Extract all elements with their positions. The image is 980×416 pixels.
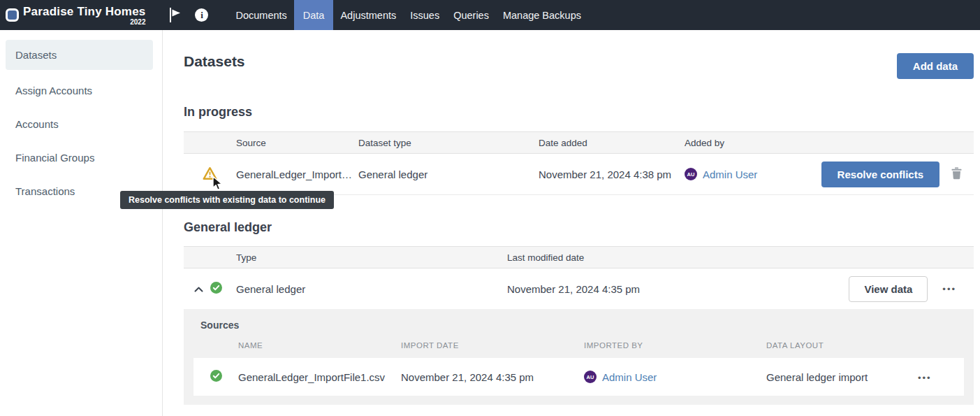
warning-icon[interactable] [203, 166, 217, 182]
ellipsis-icon: ••• [918, 373, 932, 383]
col-dataset-type: Dataset type [358, 138, 539, 148]
sidebar-item-financial-groups[interactable]: Financial Groups [0, 141, 162, 174]
sidebar-item-assign-accounts[interactable]: Assign Accounts [0, 73, 162, 107]
col-added-by: Added by [685, 138, 974, 148]
col-type: Type [236, 252, 507, 263]
col-last-modified: Last modified date [507, 252, 974, 263]
col-data-layout: DATA LAYOUT [766, 341, 918, 350]
nav-item-manage-backups[interactable]: Manage Backups [496, 0, 588, 30]
cell-date-added: November 21, 2024 4:38 pm [539, 168, 685, 180]
nav-item-issues[interactable]: Issues [403, 0, 446, 30]
sources-panel: Sources NAME IMPORT DATE IMPORTED BY DAT… [184, 309, 974, 405]
nav-item-queries[interactable]: Queries [446, 0, 496, 30]
top-navbar: Paradise Tiny Homes 2022 i Documents Dat… [0, 0, 980, 30]
general-ledger-row: General ledger November 21, 2024 4:35 pm… [184, 268, 974, 309]
general-ledger-heading: General ledger [184, 220, 974, 235]
delete-button[interactable] [951, 167, 962, 182]
sidebar-item-accounts[interactable]: Accounts [0, 107, 162, 141]
cell-last-modified: November 21, 2024 4:35 pm [507, 283, 849, 295]
resolve-conflicts-button[interactable]: Resolve conflicts [821, 162, 939, 187]
brand-year: 2022 [23, 18, 145, 26]
page-title: Datasets [184, 53, 245, 70]
flag-icon[interactable] [169, 6, 182, 24]
avatar: AU [685, 168, 697, 180]
add-data-button[interactable]: Add data [897, 53, 974, 79]
success-check-icon [210, 370, 222, 384]
cell-source: GeneralLedger_Import… [236, 168, 358, 180]
tooltip: Resolve conflicts with existing data to … [120, 191, 334, 209]
col-name: NAME [238, 341, 401, 350]
sidebar-item-datasets[interactable]: Datasets [6, 40, 153, 70]
cell-source-name: GeneralLedger_ImportFile1.csv [238, 371, 401, 383]
left-sidebar: Datasets Assign Accounts Accounts Financ… [0, 30, 163, 416]
source-row: GeneralLedger_ImportFile1.csv November 2… [193, 358, 964, 396]
general-ledger-table-header: Type Last modified date [184, 246, 974, 268]
in-progress-table-header: Source Dataset type Date added Added by [184, 131, 974, 154]
col-source: Source [236, 138, 358, 148]
col-date-added: Date added [539, 138, 685, 148]
cell-type: General ledger [236, 283, 507, 295]
main-content: Datasets Add data In progress Source Dat… [163, 30, 980, 416]
in-progress-row: GeneralLedger_Import… General ledger Nov… [184, 154, 974, 195]
avatar: AU [584, 371, 597, 383]
info-icon[interactable]: i [195, 8, 208, 22]
sources-table-header: NAME IMPORT DATE IMPORTED BY DATA LAYOUT [193, 340, 964, 350]
trash-icon [951, 167, 962, 182]
col-import-date: IMPORT DATE [401, 341, 584, 350]
brand-title: Paradise Tiny Homes [23, 5, 145, 18]
main-nav: Documents Data Adjustments Issues Querie… [228, 0, 588, 30]
company-logo-icon [6, 8, 19, 22]
col-imported-by: IMPORTED BY [584, 341, 766, 350]
imported-by-user-link[interactable]: Admin User [602, 371, 657, 383]
source-menu-button[interactable]: ••• [918, 373, 932, 383]
sources-heading: Sources [193, 309, 964, 331]
nav-item-adjustments[interactable]: Adjustments [333, 0, 403, 30]
in-progress-heading: In progress [184, 105, 974, 120]
nav-item-data[interactable]: Data [294, 0, 334, 30]
cell-imported-by: AU Admin User [584, 371, 766, 383]
cell-import-date: November 21, 2024 4:35 pm [401, 371, 584, 383]
ellipsis-icon: ••• [942, 284, 956, 294]
nav-item-documents[interactable]: Documents [228, 0, 293, 30]
row-menu-button[interactable]: ••• [942, 284, 956, 294]
brand: Paradise Tiny Homes 2022 [0, 0, 145, 30]
success-check-icon [210, 282, 222, 296]
chevron-up-icon [194, 284, 203, 294]
cell-dataset-type: General ledger [358, 168, 539, 180]
collapse-row-button[interactable] [194, 284, 203, 294]
cell-added-by: AU Admin User [685, 168, 821, 180]
cell-data-layout: General ledger import [766, 371, 918, 383]
general-ledger-table: Type Last modified date [184, 246, 974, 405]
view-data-button[interactable]: View data [849, 276, 928, 302]
app-window: Paradise Tiny Homes 2022 i Documents Dat… [0, 0, 980, 416]
added-by-user-link[interactable]: Admin User [703, 168, 757, 180]
in-progress-table: Source Dataset type Date added Added by [184, 131, 974, 195]
